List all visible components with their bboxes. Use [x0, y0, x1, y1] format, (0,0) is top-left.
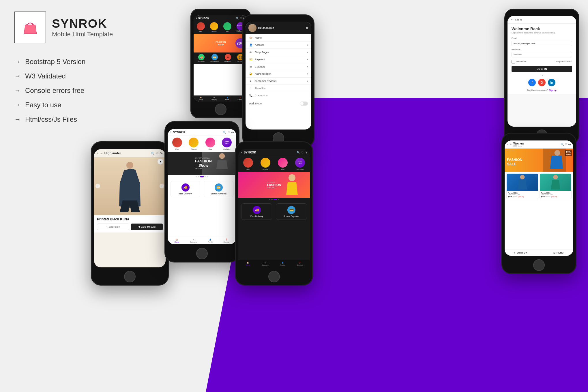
p3-email-input[interactable] — [512, 41, 572, 46]
p6-cat-kids[interactable]: Kids — [278, 158, 288, 170]
phone-home-button-6[interactable] — [268, 271, 280, 282]
p6-service-delivery: 🚚 Free Delivery — [241, 203, 272, 220]
back-icon[interactable]: ← — [510, 18, 514, 22]
p4-next-arrow[interactable]: › — [160, 184, 164, 188]
p5-heart-icon[interactable]: ♡ — [228, 131, 230, 134]
phone-home-button-4[interactable] — [124, 271, 136, 282]
p6-menu-icon[interactable]: ≡ — [241, 151, 242, 154]
p4-bag-icon[interactable]: 🛍 — [160, 152, 163, 155]
p4-back-icon[interactable]: ← — [100, 152, 103, 155]
p6-dots — [238, 198, 310, 201]
p6-cat-sales[interactable]: SUPERSALE On Sales — [295, 158, 305, 170]
p7-heart-1[interactable]: ♡ — [535, 175, 537, 177]
p1-cat-men[interactable]: Men — [197, 22, 205, 33]
p3-forgot-link[interactable]: Forgot Password? — [556, 61, 572, 63]
p6-services: 🚚 Free Delivery 💳 Secure Payment — [238, 201, 310, 222]
p5-banner-content: CRYSTAL CROWN FASHIONShow 24th SAT — [192, 157, 212, 169]
p1-banner-text: FASHIONSALE — [216, 41, 226, 46]
p2-menu-home[interactable]: 🏠 Home — [246, 34, 311, 42]
p4-menu-icon[interactable]: ≡ — [97, 152, 99, 155]
phone-notch-6 — [263, 145, 286, 147]
p5-cat-women[interactable]: Women — [189, 138, 199, 150]
p4-heart-icon[interactable]: ♡ — [156, 152, 158, 155]
payment-icon: 💳 — [211, 54, 218, 60]
remember-checkbox[interactable] — [512, 60, 515, 63]
google-login-button[interactable]: G — [538, 79, 546, 86]
p7-heart-2[interactable]: ♡ — [568, 175, 570, 177]
p6-cat-img-women — [261, 158, 270, 168]
p7-filter-button[interactable]: ⊟ FILTER — [553, 252, 564, 254]
search-icon[interactable]: 🔍 — [236, 17, 239, 20]
facebook-login-button[interactable]: f — [528, 79, 536, 86]
p4-search-icon[interactable]: 🔍 — [151, 152, 154, 155]
p6-cat-women[interactable]: Women — [261, 158, 270, 170]
p2-menu-about[interactable]: ℹ About Us — [246, 85, 311, 92]
p5-search-icon[interactable]: 🔍 — [223, 131, 226, 134]
p5-cat-kids[interactable]: Kids — [205, 138, 215, 150]
p1-categories: Men Women Kids SUPER SALE On Sales — [194, 21, 248, 34]
phone-home-light: ≡ SYNROK 🔍 ♡ 🛍 Men Women Kids — [164, 121, 239, 262]
p2-menu-payment-label: Payment — [255, 58, 265, 61]
p5-nav-contact[interactable]: ❓ Contact — [224, 239, 230, 243]
p6-cat-label-sales: On Sales — [297, 168, 304, 170]
linkedin-login-button[interactable]: in — [548, 79, 555, 86]
p1-nav-profile[interactable]: 👤 Profile — [225, 97, 229, 100]
p4-wishlist-button[interactable]: ♡ WISHLIST — [97, 224, 129, 230]
p7-back-icon[interactable]: ← — [510, 143, 512, 146]
p7-product-2[interactable]: ♡ Formal Shirt Color Printed Kurta $458 … — [540, 173, 572, 199]
p7-search-icon[interactable]: 🔍 — [561, 143, 564, 146]
p2-menu-account[interactable]: 👤 Account › — [246, 42, 311, 49]
p3-password-input[interactable] — [512, 52, 572, 57]
p1-cat-women[interactable]: Women — [210, 22, 218, 33]
p5-cat-sales[interactable]: SUPERSALE On Sales — [222, 138, 232, 150]
p7-heart-icon[interactable]: ♡ — [565, 143, 567, 146]
p5-menu-icon[interactable]: ≡ — [170, 131, 172, 134]
p3-login-button[interactable]: LOG IN — [512, 66, 572, 72]
share-icon[interactable]: ⬆ — [158, 159, 163, 164]
p1-cat-kids[interactable]: Kids — [223, 22, 231, 33]
p6-nav-category[interactable]: ⊞ Category — [262, 262, 269, 266]
p6-bag-icon[interactable]: 🛍 — [305, 151, 308, 154]
p6-cat-img-sales: SUPERSALE — [295, 158, 305, 168]
p6-profile-icon: 👤 — [282, 262, 284, 264]
feature-item-2: → W3 Validated — [14, 72, 85, 80]
p6-cat-men[interactable]: Men — [243, 158, 253, 170]
p6-nav-home[interactable]: 🏠 Home — [246, 262, 250, 266]
p6-cat-label-men: Men — [246, 168, 250, 170]
p7-sort-button[interactable]: ⇅ SORT BY — [514, 252, 527, 254]
brand-name: SYNROK — [52, 17, 113, 31]
p6-nav-profile[interactable]: 👤 Profile — [280, 262, 285, 266]
p7-menu-icon[interactable]: ≡ — [507, 143, 508, 146]
p3-signup-link[interactable]: Sign Up — [549, 89, 556, 91]
dark-mode-toggle[interactable] — [300, 102, 308, 106]
p1-nav-category[interactable]: ⊞ Category — [211, 97, 217, 100]
p7-product-1[interactable]: ♡ Formal Shirt Color Printed Kurta $458 … — [506, 173, 538, 199]
p2-menu-reviews[interactable]: ★ Customer Reviews › — [246, 78, 311, 85]
p4-product-actions: ♡ WISHLIST 🛍 ADD TO BAG — [97, 224, 163, 230]
phone-home-button-5[interactable] — [196, 248, 208, 259]
p5-nav-home[interactable]: 🏠 Home — [175, 239, 179, 243]
p1-nav-home[interactable]: 🏠 Home — [199, 97, 203, 100]
close-icon[interactable]: ✕ — [306, 26, 308, 30]
p4-prev-arrow[interactable]: ‹ — [95, 184, 100, 188]
p6-search-icon[interactable]: 🔍 — [297, 151, 300, 154]
p5-bag-icon[interactable]: 🛍 — [231, 131, 234, 134]
p5-nav-category[interactable]: ⊞ Category — [190, 239, 197, 243]
p2-menu-category[interactable]: ⊞ Category › — [246, 63, 311, 70]
p1-nav-contact[interactable]: ❓ Contact — [237, 97, 242, 100]
phone-home-button-7[interactable] — [533, 259, 545, 271]
phone-home-button-1[interactable] — [215, 104, 226, 115]
p2-menu-payment[interactable]: 💳 Payment › — [246, 56, 311, 63]
heart-icon[interactable]: ♡ — [240, 17, 242, 20]
p4-add-to-bag-button[interactable]: 🛍 ADD TO BAG — [131, 224, 163, 230]
p5-cat-men[interactable]: Men — [172, 138, 182, 150]
p6-heart-icon[interactable]: ♡ — [301, 151, 304, 154]
p5-nav-profile[interactable]: 👤 Profile — [208, 239, 213, 243]
p2-menu-auth[interactable]: 🔐 Authentication › — [246, 70, 311, 78]
p6-nav-contact[interactable]: ❓ Contact — [297, 262, 303, 266]
p2-menu-shop[interactable]: 🛍 Shop Pages › — [246, 49, 311, 56]
p7-bag-icon[interactable]: 🛍 — [568, 143, 571, 146]
p2-menu-left-about: ℹ About Us — [249, 87, 265, 90]
p2-menu-contact[interactable]: 📞 Contact Us — [246, 92, 311, 99]
p6-header-left: ≡ SYNROK — [241, 151, 256, 154]
